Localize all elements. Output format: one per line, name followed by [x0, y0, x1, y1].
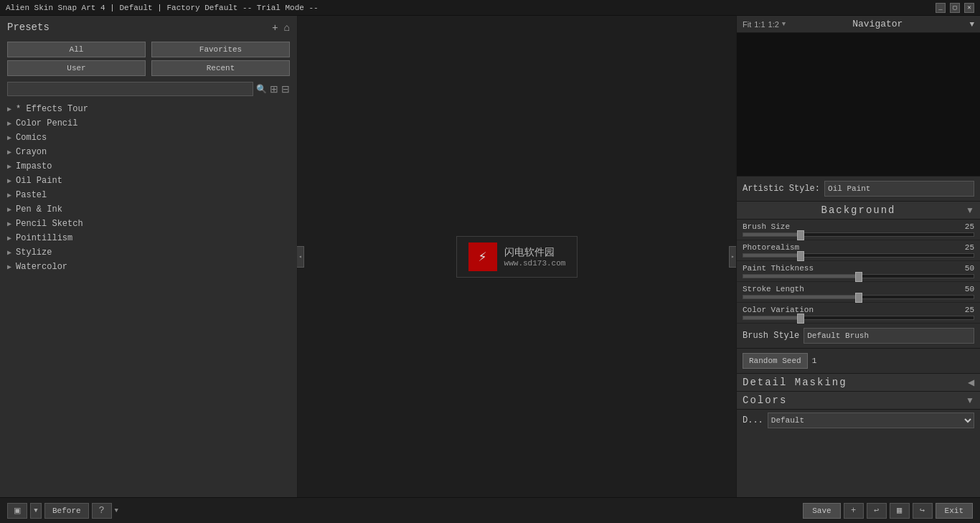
slider-thumb[interactable]	[797, 230, 804, 240]
window-controls: _ ▢ ✕	[936, 3, 974, 13]
preview-dropdown-arrow[interactable]: ▼	[30, 503, 42, 519]
fit-button[interactable]: Fit	[743, 20, 751, 29]
exit-button[interactable]: Exit	[936, 503, 973, 519]
preset-arrow-icon: ▶	[7, 176, 11, 185]
save-button[interactable]: Save	[803, 503, 840, 519]
preset-list-item[interactable]: ▶Stylize	[0, 245, 297, 260]
slider-value: 25	[965, 243, 974, 252]
view-list-button[interactable]: ⊞	[270, 83, 278, 95]
zoom-dropdown-arrow[interactable]: ▼	[782, 21, 786, 28]
slider-fill	[743, 296, 859, 298]
preset-item-label: Watercolor	[16, 262, 67, 272]
watermark-content: 闪电软件园 www.sd173.com	[504, 246, 566, 268]
slider-value: 25	[965, 306, 974, 314]
bottom-toolbar: ▣ ▼ Before ? ▼ Save + ↩ ▦ ↪ Exit	[0, 497, 980, 523]
preset-list-item[interactable]: ▶Pointillism	[0, 231, 297, 245]
right-panel-scroll: Artistic Style: Oil Paint Background ▼ B…	[737, 176, 980, 497]
artistic-style-row: Artistic Style: Oil Paint	[737, 176, 980, 202]
slider-thumb[interactable]	[855, 272, 862, 282]
preset-list-item[interactable]: ▶* Effects Tour	[0, 102, 297, 116]
slider-label: Paint Thickness	[743, 264, 814, 273]
slider-value: 50	[965, 264, 974, 273]
preset-list-item[interactable]: ▶Impasto	[0, 159, 297, 174]
colors-title: Colors	[743, 395, 787, 406]
zoom-1-2-button[interactable]: 1:2	[768, 20, 779, 29]
slider-row-0: Brush Size 25	[737, 220, 980, 240]
slider-row-1: Photorealism 25	[737, 240, 980, 261]
preset-arrow-icon: ▶	[7, 119, 11, 128]
random-seed-row: Random Seed 1	[737, 349, 980, 374]
slider-track[interactable]	[743, 316, 974, 320]
filter-all-button[interactable]: All	[7, 42, 146, 57]
undo-button[interactable]: ↩	[867, 503, 887, 519]
slider-value: 25	[965, 222, 974, 231]
main-layout: Presets + ⌂ All Favorites User Recent 🔍 …	[0, 16, 980, 497]
filter-user-button[interactable]: User	[7, 60, 146, 76]
artistic-style-select[interactable]: Oil Paint	[824, 181, 974, 197]
right-panel: Fit 1:1 1:2 ▼ Navigator ▼ Artistic Style…	[736, 16, 980, 497]
preview-button[interactable]: ▣	[7, 503, 27, 519]
preset-list-item[interactable]: ▶Crayon	[0, 145, 297, 159]
preset-list-item[interactable]: ▶Oil Paint	[0, 174, 297, 188]
background-collapse-button[interactable]: ▼	[966, 205, 974, 215]
left-panel-collapse-arrow[interactable]: ◂	[297, 246, 304, 268]
help-button[interactable]: ?	[92, 503, 112, 519]
slider-track[interactable]	[743, 295, 974, 299]
filter-favorites-button[interactable]: Favorites	[151, 42, 290, 57]
search-icon[interactable]: 🔍	[256, 84, 267, 95]
minimize-button[interactable]: _	[936, 3, 946, 13]
preset-list-item[interactable]: ▶Pen & Ink	[0, 202, 297, 217]
brush-style-select[interactable]: Default Brush	[804, 328, 974, 344]
navigator-zoom-controls: Fit 1:1 1:2 ▼	[743, 20, 786, 29]
detail-masking-collapse-button[interactable]: ◀	[968, 377, 974, 387]
preset-list-item[interactable]: ▶Watercolor	[0, 260, 297, 274]
add-preset-icon-button[interactable]: +	[844, 503, 864, 519]
slider-track[interactable]	[743, 253, 974, 258]
maximize-button[interactable]: ▢	[950, 3, 960, 13]
add-preset-button[interactable]: +	[272, 22, 278, 33]
navigator-dropdown-arrow[interactable]: ▼	[969, 20, 974, 29]
split-view-button[interactable]: ▦	[890, 503, 910, 519]
navigator-title: Navigator	[852, 19, 903, 29]
view-grid-button[interactable]: ⊟	[281, 83, 290, 95]
preset-item-label: * Effects Tour	[16, 104, 88, 114]
help-dropdown-arrow[interactable]: ▼	[115, 507, 118, 514]
slider-row-2: Paint Thickness 50	[737, 261, 980, 282]
help-icon: ?	[99, 505, 105, 516]
preset-arrow-icon: ▶	[7, 191, 11, 199]
close-button[interactable]: ✕	[964, 3, 974, 13]
zoom-1-1-button[interactable]: 1:1	[754, 20, 765, 29]
preset-arrow-icon: ▶	[7, 248, 11, 257]
slider-track[interactable]	[743, 274, 974, 278]
preset-item-label: Oil Paint	[16, 176, 62, 186]
search-input[interactable]	[7, 82, 253, 96]
before-button[interactable]: Before	[44, 503, 89, 519]
canvas-area: ⚡ 闪电软件园 www.sd173.com ▸	[298, 16, 736, 497]
partial-row-select[interactable]: Default	[768, 413, 974, 428]
preset-list-item[interactable]: ▶Color Pencil	[0, 116, 297, 131]
slider-label: Brush Size	[743, 222, 790, 231]
slider-fill	[743, 233, 801, 236]
preset-list-item[interactable]: ▶Comics	[0, 131, 297, 145]
app-title: Alien Skin Snap Art 4 | Default | Factor…	[6, 4, 319, 12]
redo-button[interactable]: ↪	[913, 503, 933, 519]
slider-track[interactable]	[743, 232, 974, 237]
slider-fill	[743, 275, 859, 278]
preset-list-item[interactable]: ▶Pencil Sketch	[0, 217, 297, 231]
preset-list-item[interactable]: ▶Pastel	[0, 188, 297, 202]
slider-thumb[interactable]	[855, 293, 862, 303]
filter-recent-button[interactable]: Recent	[151, 60, 290, 76]
partial-row-label: D...	[743, 415, 763, 425]
slider-thumb[interactable]	[797, 251, 804, 261]
right-panel-collapse-arrow[interactable]: ▸	[729, 246, 736, 268]
watermark-url: www.sd173.com	[504, 259, 566, 268]
slider-row-3: Stroke Length 50	[737, 282, 980, 303]
colors-collapse-button[interactable]: ▼	[966, 395, 974, 405]
view-toggle: ⊞ ⊟	[270, 83, 290, 95]
preset-item-label: Crayon	[16, 147, 47, 157]
preset-arrow-icon: ▶	[7, 220, 11, 228]
random-seed-button[interactable]: Random Seed	[743, 353, 808, 369]
home-preset-button[interactable]: ⌂	[284, 22, 290, 33]
slider-thumb[interactable]	[797, 314, 804, 324]
filter-row-1: All Favorites	[7, 42, 290, 57]
